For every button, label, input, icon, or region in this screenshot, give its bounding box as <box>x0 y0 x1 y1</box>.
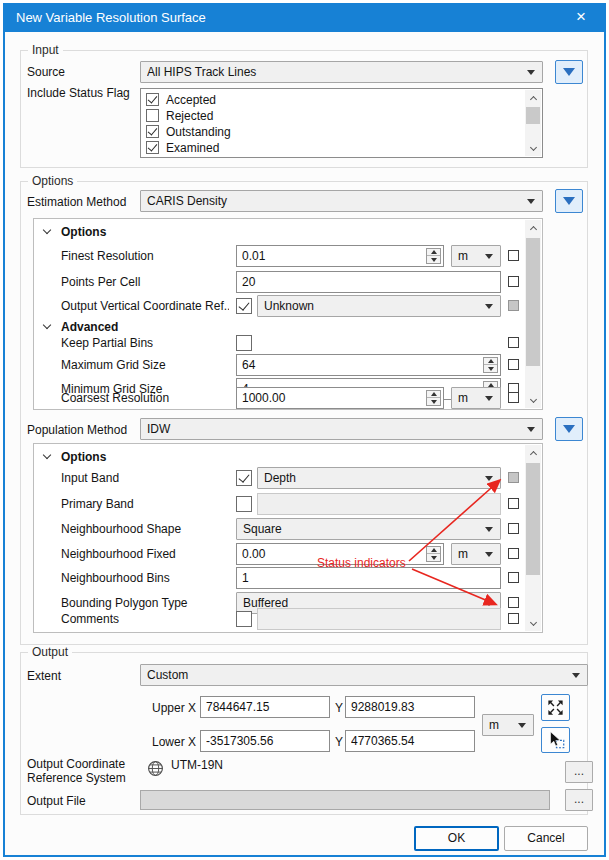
upper-x-value[interactable] <box>201 697 329 717</box>
spinner[interactable] <box>426 390 441 406</box>
status-indicator[interactable] <box>508 276 519 287</box>
status-indicator[interactable] <box>508 572 519 583</box>
output-file-browse-button[interactable]: ... <box>565 789 593 811</box>
checkbox-outstanding[interactable] <box>146 125 159 138</box>
spin-up-icon[interactable] <box>427 249 440 256</box>
input-band-checkbox[interactable] <box>236 470 252 486</box>
lower-x-value[interactable] <box>201 731 329 751</box>
spin-up-icon[interactable] <box>484 358 497 365</box>
spin-up-icon[interactable] <box>427 547 440 554</box>
status-indicator-modified[interactable] <box>508 300 519 311</box>
status-indicator[interactable] <box>508 548 519 559</box>
neighbourhood-bins-input[interactable] <box>236 567 501 589</box>
input-band-combo[interactable]: Depth <box>257 467 501 489</box>
extent-units-combo[interactable]: m <box>482 714 534 736</box>
crs-browse-button[interactable]: ... <box>565 761 593 783</box>
spinner[interactable] <box>483 357 498 373</box>
status-indicator[interactable] <box>508 359 519 370</box>
scrollbar-thumb[interactable] <box>526 238 540 366</box>
estimation-options-dropdown-button[interactable] <box>555 189 583 213</box>
population-options-dropdown-button[interactable] <box>555 417 583 441</box>
extent-combo[interactable]: Custom <box>140 664 588 686</box>
select-extent-button[interactable] <box>541 727 570 753</box>
upper-y-value[interactable] <box>346 697 474 717</box>
checkbox-accepted[interactable] <box>146 93 159 106</box>
points-per-cell-input[interactable] <box>236 271 501 293</box>
status-indicator[interactable] <box>508 597 519 608</box>
collapse-chevron-icon[interactable] <box>43 226 51 234</box>
zoom-extent-button[interactable] <box>541 694 570 721</box>
checkbox-examined[interactable] <box>146 141 159 154</box>
collapse-chevron-icon[interactable] <box>43 321 51 329</box>
status-indicator[interactable] <box>508 498 519 509</box>
spin-down-icon[interactable] <box>427 398 440 405</box>
comments-checkbox[interactable] <box>236 611 252 627</box>
cancel-button[interactable]: Cancel <box>504 826 588 851</box>
scroll-up-icon[interactable] <box>525 445 541 460</box>
lower-y-value[interactable] <box>346 731 474 751</box>
keep-partial-bins-checkbox[interactable] <box>236 335 252 351</box>
status-indicator[interactable] <box>508 523 519 534</box>
primary-band-checkbox[interactable] <box>236 496 252 512</box>
lower-y-label: Y <box>335 735 343 749</box>
scroll-up-icon[interactable] <box>525 220 541 235</box>
output-vertical-ref-checkbox[interactable] <box>236 298 252 314</box>
coarsest-resolution-value[interactable] <box>237 388 443 408</box>
neighbourhood-fixed-unit-combo[interactable]: m <box>451 543 501 565</box>
source-combo[interactable]: All HIPS Track Lines <box>140 61 543 83</box>
upper-x-input[interactable] <box>200 696 330 718</box>
coarsest-resolution-unit-combo[interactable]: m <box>451 387 501 409</box>
list-item[interactable]: Rejected <box>141 108 542 124</box>
neighbourhood-bins-value[interactable] <box>237 568 500 588</box>
neighbourhood-shape-combo[interactable]: Square <box>236 518 501 540</box>
lower-y-input[interactable] <box>345 730 475 752</box>
population-grid-scrollbar[interactable] <box>525 445 541 631</box>
source-combo-value: All HIPS Track Lines <box>147 62 520 82</box>
spin-down-icon[interactable] <box>427 554 440 561</box>
list-item[interactable]: Accepted <box>141 92 542 108</box>
lower-x-input[interactable] <box>200 730 330 752</box>
upper-y-input[interactable] <box>345 696 475 718</box>
combo-value: Unknown <box>264 296 478 316</box>
output-vertical-ref-combo[interactable]: Unknown <box>257 295 501 317</box>
scroll-down-icon[interactable] <box>525 616 541 631</box>
estimation-grid-scrollbar[interactable] <box>525 220 541 408</box>
scroll-up-icon[interactable] <box>525 90 541 105</box>
scrollbar-thumb[interactable] <box>526 107 540 124</box>
status-indicator[interactable] <box>508 337 519 348</box>
maximum-grid-size-input[interactable] <box>236 354 501 376</box>
spin-up-icon[interactable] <box>427 391 440 398</box>
maximum-grid-size-value[interactable] <box>237 355 500 375</box>
scroll-down-icon[interactable] <box>525 393 541 408</box>
status-indicator[interactable] <box>508 613 519 624</box>
spin-down-icon[interactable] <box>427 256 440 263</box>
coarsest-resolution-input[interactable] <box>236 387 444 409</box>
field-label: Keep Partial Bins <box>61 332 229 354</box>
list-item[interactable]: Outstanding <box>141 124 542 140</box>
finest-resolution-value[interactable] <box>237 246 443 266</box>
status-indicator[interactable] <box>508 392 519 403</box>
row-comments: Comments <box>34 608 542 630</box>
include-status-flag-label: Include Status Flag <box>27 86 130 100</box>
finest-resolution-input[interactable] <box>236 245 444 267</box>
finest-resolution-unit-combo[interactable]: m <box>451 245 501 267</box>
title-bar[interactable]: New Variable Resolution Surface × <box>3 3 606 32</box>
status-indicator-modified[interactable] <box>508 472 519 483</box>
points-per-cell-value[interactable] <box>237 272 500 292</box>
status-indicator[interactable] <box>508 250 519 261</box>
estimation-method-combo[interactable]: CARIS Density <box>140 190 543 212</box>
status-list-scrollbar[interactable] <box>525 90 541 156</box>
status-flag-list[interactable]: Accepted Rejected Outstanding Examined <box>140 88 543 158</box>
spinner[interactable] <box>426 248 441 264</box>
scrollbar-thumb[interactable] <box>526 463 540 575</box>
population-method-combo[interactable]: IDW <box>140 418 543 440</box>
checkbox-rejected[interactable] <box>146 109 159 122</box>
source-options-dropdown-button[interactable] <box>555 60 583 84</box>
spinner[interactable] <box>426 546 441 562</box>
collapse-chevron-icon[interactable] <box>43 451 51 459</box>
list-item[interactable]: Examined <box>141 140 542 156</box>
close-icon[interactable]: × <box>566 3 596 32</box>
ok-button[interactable]: OK <box>414 826 499 851</box>
scroll-down-icon[interactable] <box>525 141 541 156</box>
spin-down-icon[interactable] <box>484 365 497 372</box>
